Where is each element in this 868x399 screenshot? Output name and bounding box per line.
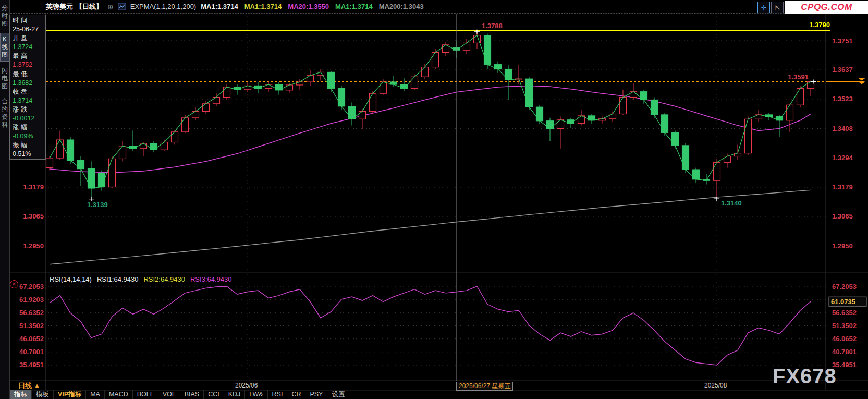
toolbar-tab-MA[interactable]: MA (86, 390, 105, 399)
rsi-value-2: RSI3:64.9430 (190, 275, 232, 283)
toolbar-tab-CCI[interactable]: CCI (204, 390, 224, 399)
candle-body (630, 92, 637, 98)
info-value-7: 0.51% (10, 150, 45, 159)
expma1-line (50, 35, 811, 188)
add-indicator-icon[interactable]: ⊕ (107, 3, 114, 11)
left-sidebar: 分 时 图K 线 图闪 电 图合 约 资 料 (0, 0, 10, 399)
candle-body (422, 67, 429, 77)
toolbar-tab-VIP指标[interactable]: VIP指标 (54, 390, 86, 399)
candle-body (484, 35, 491, 65)
ohlc-info-panel: 时 间25-06-27开 盘1.3724最 高1.3752最 低1.3682收 … (9, 15, 46, 160)
rsi-axis-label-right: 40.7801 (832, 348, 857, 356)
indicator-name: EXPMA(1,1,20,1,200) (130, 3, 196, 10)
symbol-name: 英镑美元 (46, 2, 73, 11)
candle-body (714, 162, 720, 180)
rsi-axis-label-left: 61.9203 (19, 296, 44, 304)
toolbar-tab-CR[interactable]: CR (287, 390, 305, 399)
info-label-6: 涨 幅 (10, 123, 45, 132)
ma20-line (50, 86, 811, 173)
last-price-label: 1.3591 (788, 73, 809, 81)
toolbar-tab-VOL[interactable]: VOL (158, 390, 180, 399)
rsi-value-0: RSI1:64.9430 (97, 275, 139, 283)
pan-tool-icon[interactable]: ✛ (757, 2, 770, 13)
crosshair-date-label: 2025/06/27 星期五 (456, 382, 513, 391)
price-axis-label-right: 1.2950 (832, 242, 853, 250)
toolbar-tab-BOLL[interactable]: BOLL (133, 390, 158, 399)
info-label-5: 涨 跌 (10, 105, 45, 114)
rsi-current-value: 61.0735 (831, 298, 855, 306)
candle-body (359, 112, 366, 119)
sidebar-tab-3[interactable]: 合 约 资 料 (0, 95, 9, 131)
candle-body (432, 53, 439, 67)
candle-body (724, 156, 731, 163)
sidebar-tab-1[interactable]: K 线 图 (0, 33, 9, 62)
upper-band-label: 1.3790 (809, 21, 830, 29)
toolbar-tab-指标[interactable]: 指标 (10, 390, 32, 399)
header-ma-value-0: MA1:1.3714 (201, 3, 238, 10)
scale-tool-icon[interactable]: ⇱ (771, 2, 784, 13)
candle-body (88, 169, 95, 188)
candle-body (505, 69, 512, 80)
toolbar-tab-设置[interactable]: 设置 (327, 390, 349, 399)
rsi-indicator-header: RSI(14,14,14) RSI1:64.9430RSI2:64.9430RS… (50, 275, 231, 283)
info-value-4: 1.3714 (10, 96, 45, 105)
toolbar-tab-LW&[interactable]: LW& (245, 390, 267, 399)
indicator-values: MA1:1.3714MA1:1.3714MA20:1.3550MA1:1.371… (201, 3, 423, 10)
candle-body (286, 85, 293, 90)
period-tag: 【日线】 (76, 2, 103, 11)
rsi-axis-label-left: 67.2053 (19, 283, 44, 291)
candle-body (547, 121, 554, 129)
candle-body (328, 72, 335, 88)
high-marker-label: 1.3788 (482, 22, 503, 30)
sidebar-tab-2[interactable]: 闪 电 图 (0, 65, 9, 92)
candle-body (338, 88, 345, 106)
candle-body (380, 82, 387, 93)
candle-body (182, 118, 189, 132)
toolbar-tab-RSI[interactable]: RSI (268, 390, 288, 399)
candle-body (463, 43, 470, 50)
info-value-3: 1.3682 (10, 79, 45, 88)
toolbar-tab-BIAS[interactable]: BIAS (180, 390, 204, 399)
low-marker-label: 1.3140 (721, 199, 742, 207)
candle-body (151, 143, 157, 150)
price-axis-label-right: 1.3294 (832, 154, 853, 162)
candle-body (672, 132, 679, 146)
info-label-7: 振 幅 (10, 141, 45, 150)
watermark: FX678 (773, 365, 837, 388)
candle-body (203, 104, 210, 112)
candle-body (67, 140, 74, 160)
candle-body (213, 98, 220, 104)
rsi-axis-label-left: 35.4951 (19, 361, 44, 369)
toolbar-tab-模板[interactable]: 模板 (32, 390, 54, 399)
header-ma-value-1: MA1:1.3714 (244, 3, 282, 10)
rsi-axis-label-left: 51.3502 (19, 322, 44, 330)
price-axis-label-right: 1.3065 (832, 212, 853, 220)
toolbar-tab-KDJ[interactable]: KDJ (224, 390, 246, 399)
price-axis-label-right: 1.3408 (832, 125, 853, 132)
site-logo: CPQG.COM (785, 1, 868, 14)
info-value-1: 1.3724 (10, 43, 45, 52)
candle-body (411, 77, 418, 88)
rsi-value-1: RSI2:64.9430 (143, 275, 185, 283)
candle-body (161, 142, 168, 150)
candle-body (224, 87, 230, 98)
candle-body (536, 107, 543, 121)
date-tick-label: 2025/06 (235, 382, 258, 389)
rsi-axis-label-left: 40.7801 (19, 348, 44, 356)
candle-body (557, 120, 564, 129)
header-ma-value-4: MA200:1.3043 (379, 3, 424, 10)
close-indicator-button[interactable]: ✕ (10, 280, 18, 288)
site-logo-text: CPQG.COM (801, 2, 852, 13)
candle-body (526, 79, 533, 107)
candle-body (57, 140, 64, 158)
candle-body (662, 115, 668, 132)
header-divider (0, 13, 868, 14)
rsi-axis-label-right: 56.6352 (832, 309, 857, 317)
chart-canvas[interactable]: 1.37511.37511.36371.36371.35231.35231.34… (0, 0, 868, 399)
candle-body (172, 132, 178, 142)
toolbar-tab-PSY[interactable]: PSY (305, 390, 327, 399)
period-selector[interactable]: 日线 ▲ (15, 381, 45, 390)
sidebar-tab-0[interactable]: 分 时 图 (0, 2, 9, 30)
price-axis-label-right: 1.3751 (832, 37, 853, 45)
toolbar-tab-MACD[interactable]: MACD (105, 390, 133, 399)
